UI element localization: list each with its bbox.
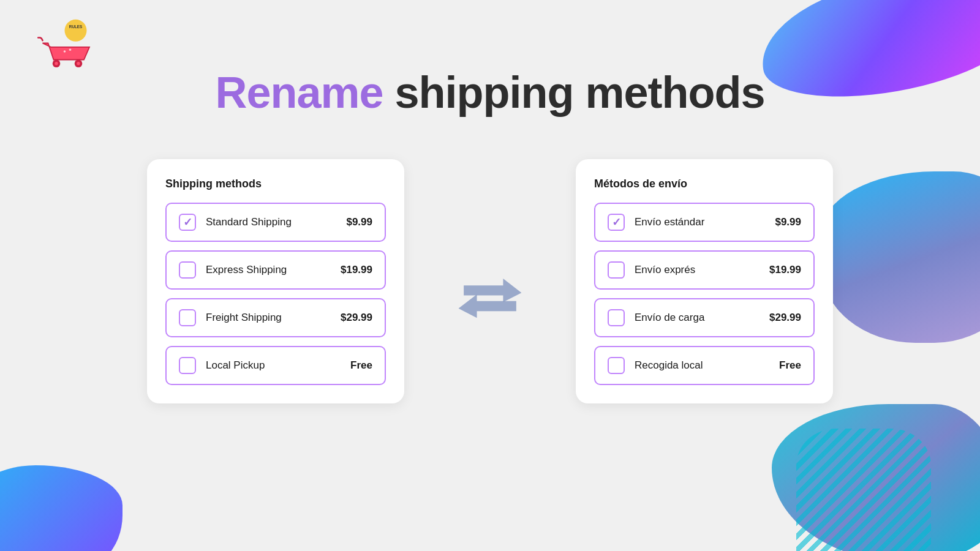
right-checkbox-1-checked[interactable] — [608, 214, 625, 231]
svg-point-6 — [64, 50, 66, 53]
right-option-1-name: Envío estándar — [635, 216, 765, 228]
left-card-heading: Shipping methods — [165, 178, 386, 190]
right-checkbox-4[interactable] — [608, 357, 625, 374]
right-card-heading: Métodos de envío — [594, 178, 815, 190]
right-option-1-price: $9.99 — [775, 216, 801, 228]
right-option-4-name: Recogida local — [635, 359, 769, 372]
right-option-1[interactable]: Envío estándar $9.99 — [594, 203, 815, 242]
svg-point-0 — [65, 20, 87, 42]
right-checkbox-2[interactable] — [608, 261, 625, 279]
right-option-2[interactable]: Envío exprés $19.99 — [594, 250, 815, 290]
double-arrow-icon — [453, 269, 527, 324]
left-option-1-price: $9.99 — [346, 216, 372, 228]
left-option-2-price: $19.99 — [341, 264, 372, 276]
right-option-3-name: Envío de carga — [635, 312, 760, 324]
right-option-3[interactable]: Envío de carga $29.99 — [594, 298, 815, 337]
left-option-1-name: Standard Shipping — [206, 216, 336, 228]
logo: RULES — [37, 18, 98, 73]
left-option-2[interactable]: Express Shipping $19.99 — [165, 250, 386, 290]
page-title: Rename shipping methods — [0, 67, 980, 118]
title-rename: Rename — [215, 68, 383, 117]
svg-point-3 — [55, 62, 58, 65]
title-rest: shipping methods — [383, 68, 765, 117]
cards-container: Shipping methods Standard Shipping $9.99… — [0, 159, 980, 403]
checkbox-3[interactable] — [179, 309, 196, 326]
right-option-2-name: Envío exprés — [635, 264, 760, 276]
blob-stripes — [796, 429, 931, 551]
left-option-4-price: Free — [350, 359, 372, 372]
left-option-2-name: Express Shipping — [206, 264, 331, 276]
left-option-3-price: $29.99 — [341, 312, 372, 324]
left-option-4[interactable]: Local Pickup Free — [165, 346, 386, 385]
svg-text:RULES: RULES — [69, 24, 82, 29]
blob-bottom-left — [0, 465, 123, 551]
checkbox-4[interactable] — [179, 357, 196, 374]
left-option-3[interactable]: Freight Shipping $29.99 — [165, 298, 386, 337]
right-option-3-price: $29.99 — [769, 312, 801, 324]
right-checkbox-3[interactable] — [608, 309, 625, 326]
left-option-3-name: Freight Shipping — [206, 312, 331, 324]
right-shipping-card: Métodos de envío Envío estándar $9.99 En… — [576, 159, 833, 403]
checkbox-1-checked[interactable] — [179, 214, 196, 231]
left-shipping-card: Shipping methods Standard Shipping $9.99… — [147, 159, 404, 403]
left-option-4-name: Local Pickup — [206, 359, 341, 372]
right-option-4-price: Free — [779, 359, 801, 372]
arrow-container — [453, 159, 527, 324]
svg-point-5 — [77, 62, 80, 65]
right-option-2-price: $19.99 — [769, 264, 801, 276]
right-option-4[interactable]: Recogida local Free — [594, 346, 815, 385]
left-option-1[interactable]: Standard Shipping $9.99 — [165, 203, 386, 242]
checkbox-2[interactable] — [179, 261, 196, 279]
svg-point-7 — [69, 49, 72, 51]
